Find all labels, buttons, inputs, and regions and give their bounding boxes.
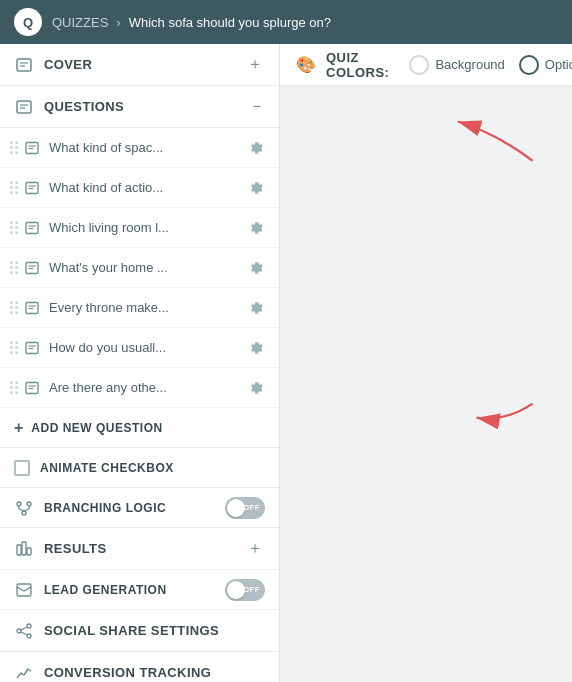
question-settings-6[interactable] [247, 338, 267, 358]
question-settings-4[interactable] [247, 258, 267, 278]
quiz-colors-label: QUIZ COLORS: [326, 50, 389, 80]
question-item-3[interactable]: Which living room l... [0, 208, 279, 248]
branching-toggle[interactable]: OFF [225, 497, 265, 519]
svg-line-31 [19, 509, 24, 511]
question-type-icon-4 [23, 259, 41, 277]
sidebar: COVER ＋ QUESTIONS － [0, 44, 280, 682]
toggle-off-text: OFF [243, 503, 260, 512]
palette-icon: 🎨 [296, 55, 316, 74]
cover-add-icon[interactable]: ＋ [245, 55, 265, 75]
question-text-3: Which living room l... [49, 220, 247, 235]
svg-point-38 [27, 624, 31, 628]
branching-label: BRANCHING LOGIC [44, 501, 225, 515]
question-settings-7[interactable] [247, 378, 267, 398]
question-settings-5[interactable] [247, 298, 267, 318]
svg-line-42 [21, 632, 27, 635]
question-type-icon-2 [23, 179, 41, 197]
question-item-1[interactable]: What kind of spac... [0, 128, 279, 168]
question-item-6[interactable]: How do you usuall... [0, 328, 279, 368]
breadcrumb-parent[interactable]: QUIZZES [52, 15, 108, 30]
svg-line-41 [21, 627, 27, 630]
cover-icon [14, 55, 34, 75]
lead-gen-label: LEAD GENERATION [44, 583, 225, 597]
sidebar-item-social-share[interactable]: SOCIAL SHARE SETTINGS [0, 610, 279, 652]
question-settings-3[interactable] [247, 218, 267, 238]
svg-rect-34 [17, 545, 21, 555]
question-item-4[interactable]: What's your home ... [0, 248, 279, 288]
results-icon [14, 539, 34, 559]
question-item-5[interactable]: Every throne make... [0, 288, 279, 328]
question-type-icon-7 [23, 379, 41, 397]
question-text-5: Every throne make... [49, 300, 247, 315]
main-layout: COVER ＋ QUESTIONS － [0, 44, 572, 682]
color-option-option[interactable]: Option [519, 55, 572, 75]
question-type-icon-5 [23, 299, 41, 317]
sidebar-item-results[interactable]: RESULTS ＋ [0, 528, 279, 570]
question-type-icon-1 [23, 139, 41, 157]
animate-checkbox-input[interactable] [14, 460, 30, 476]
color-option-background[interactable]: Background [409, 55, 504, 75]
drag-handle-5 [10, 301, 18, 314]
questions-label: QUESTIONS [44, 99, 249, 114]
add-question-label: ADD NEW QUESTION [31, 421, 162, 435]
svg-point-39 [17, 629, 21, 633]
question-text-1: What kind of spac... [49, 140, 247, 155]
svg-rect-35 [22, 542, 26, 555]
svg-line-33 [24, 509, 29, 511]
question-item-2[interactable]: What kind of actio... [0, 168, 279, 208]
svg-rect-0 [17, 59, 31, 71]
lead-gen-toggle[interactable]: OFF [225, 579, 265, 601]
right-panel: 🎨 QUIZ COLORS: Background Option [280, 44, 572, 682]
breadcrumb: QUIZZES › Which sofa should you splurge … [52, 15, 331, 30]
question-settings-1[interactable] [247, 138, 267, 158]
background-color-circle [409, 55, 429, 75]
question-text-4: What's your home ... [49, 260, 247, 275]
conversion-label: CONVERSION TRACKING [44, 665, 265, 680]
branching-logic-row[interactable]: BRANCHING LOGIC OFF [0, 488, 279, 528]
breadcrumb-sep: › [116, 15, 120, 30]
option-color-label: Option [545, 57, 572, 72]
svg-point-27 [17, 502, 21, 506]
social-share-icon [14, 621, 34, 641]
animate-checkbox-row[interactable]: ANIMATE CHECKBOX [0, 448, 279, 488]
branching-icon [14, 498, 34, 518]
question-type-icon-6 [23, 339, 41, 357]
svg-rect-36 [27, 548, 31, 555]
breadcrumb-current: Which sofa should you splurge on? [129, 15, 331, 30]
results-add-icon[interactable]: ＋ [245, 539, 265, 559]
question-text-6: How do you usuall... [49, 340, 247, 355]
add-question-button[interactable]: + ADD NEW QUESTION [0, 408, 279, 448]
svg-point-28 [27, 502, 31, 506]
sidebar-item-conversion[interactable]: CONVERSION TRACKING [0, 652, 279, 682]
svg-point-29 [22, 511, 26, 515]
drag-handle-1 [10, 141, 18, 154]
question-item-7[interactable]: Are there any othe... [0, 368, 279, 408]
lead-gen-toggle-text: OFF [243, 585, 260, 594]
quiz-colors-bar: 🎨 QUIZ COLORS: Background Option [280, 44, 572, 86]
lead-generation-row[interactable]: LEAD GENERATION OFF [0, 570, 279, 610]
svg-point-40 [27, 634, 31, 638]
drag-handle-3 [10, 221, 18, 234]
svg-rect-37 [17, 584, 31, 596]
app-logo[interactable]: Q [14, 8, 42, 36]
questions-section-header[interactable]: QUESTIONS － [0, 86, 279, 128]
questions-list: What kind of spac... What kind of actio.… [0, 128, 279, 408]
option-color-circle [519, 55, 539, 75]
questions-icon [14, 97, 34, 117]
annotation-arrows [280, 86, 572, 682]
question-text-2: What kind of actio... [49, 180, 247, 195]
question-settings-2[interactable] [247, 178, 267, 198]
lead-gen-icon [14, 580, 34, 600]
background-color-label: Background [435, 57, 504, 72]
sidebar-item-cover[interactable]: COVER ＋ [0, 44, 279, 86]
question-text-7: Are there any othe... [49, 380, 247, 395]
question-type-icon-3 [23, 219, 41, 237]
questions-collapse-icon[interactable]: － [249, 96, 265, 117]
social-share-label: SOCIAL SHARE SETTINGS [44, 623, 265, 638]
svg-rect-3 [17, 101, 31, 113]
animate-checkbox-label: ANIMATE CHECKBOX [40, 461, 174, 475]
add-icon: + [14, 419, 23, 437]
conversion-icon [14, 663, 34, 683]
results-label: RESULTS [44, 541, 245, 556]
top-bar: Q QUIZZES › Which sofa should you splurg… [0, 0, 572, 44]
